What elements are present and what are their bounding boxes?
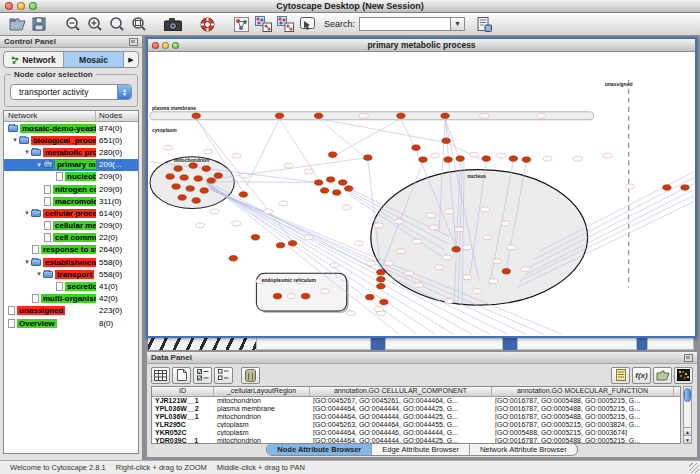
table-cell[interactable]: [GO:0005488, GO:0005215, GO:0003674]	[492, 429, 674, 436]
node-label-oval[interactable]	[304, 235, 313, 240]
node-label-oval[interactable]	[489, 279, 498, 284]
node-label-oval[interactable]	[204, 149, 213, 154]
network-node[interactable]	[442, 138, 450, 144]
node-label-oval[interactable]	[470, 152, 479, 157]
network-node[interactable]	[456, 156, 464, 162]
attribute-list-button[interactable]	[214, 367, 233, 384]
node-label-oval[interactable]	[431, 153, 440, 158]
table-cell[interactable]: mitochondrion	[214, 413, 310, 420]
node-label-oval[interactable]	[210, 209, 219, 214]
table-cell[interactable]: [GO:0044464, GO:0044444, GO:0044425, G..…	[310, 405, 492, 412]
network-node[interactable]	[377, 269, 385, 275]
data-panel-float-icon[interactable]	[684, 354, 693, 362]
network-node[interactable]	[377, 276, 385, 282]
tab-node-attribute-browser[interactable]: Node Attribute Browser	[267, 444, 372, 455]
node-label-oval[interactable]	[404, 271, 413, 276]
table-cell[interactable]: [GO:0044464, GO:0044446, GO:0044444, G..…	[310, 429, 492, 436]
table-cell[interactable]: [GO:0016787, GO:0005488, GO:0005215, G..…	[492, 397, 674, 404]
node-label-oval[interactable]	[412, 239, 421, 244]
network-node[interactable]	[200, 188, 208, 194]
node-label-oval[interactable]	[573, 156, 582, 161]
snapshot-button[interactable]	[162, 14, 184, 34]
node-label-oval[interactable]	[394, 219, 403, 224]
help-button[interactable]	[196, 14, 218, 34]
tree-column-network[interactable]: Network	[4, 111, 96, 121]
tree-row-cell-communicat[interactable]: cell communicat22(0)	[4, 232, 138, 244]
tree-expand-arrow[interactable]: ▼	[24, 259, 30, 265]
zoom-selected-button[interactable]	[106, 14, 128, 34]
tree-row-cellular-process[interactable]: ▼cellular process614(0)	[4, 207, 138, 219]
network-node[interactable]	[377, 283, 385, 289]
node-label-oval[interactable]	[507, 245, 516, 250]
node-label-oval[interactable]	[463, 245, 472, 250]
table-cell[interactable]: cytoplasm	[214, 429, 310, 436]
search-options-button[interactable]	[473, 14, 495, 34]
select-attributes-button[interactable]	[151, 367, 170, 384]
node-label-oval[interactable]	[264, 209, 273, 214]
network-node[interactable]	[189, 163, 197, 169]
tree-row-response-to-stimulu[interactable]: response to stimulu264(0)	[4, 244, 138, 256]
table-row-ypl036w__1[interactable]: YPL036W__1mitochondrion[GO:0044464, GO:0…	[152, 413, 680, 421]
open-file-button[interactable]	[6, 14, 28, 34]
tree-row-metabolic-process[interactable]: ▼metabolic process280(0)	[4, 146, 138, 158]
import-attributes-button[interactable]	[653, 367, 672, 384]
table-cell[interactable]: mitochondrion	[214, 397, 310, 404]
function-builder-button[interactable]: f(x)	[632, 367, 651, 384]
network-node[interactable]	[172, 184, 180, 190]
network-node[interactable]	[186, 186, 194, 192]
delete-attributes-button[interactable]	[241, 367, 260, 384]
node-label-oval[interactable]	[374, 307, 383, 312]
node-label-oval[interactable]	[430, 225, 439, 230]
node-label-oval[interactable]	[427, 213, 436, 218]
tree-row-secretion[interactable]: secretion41(0)	[4, 280, 138, 292]
scroll-up-button[interactable]: ▲	[684, 427, 691, 435]
network-node[interactable]	[332, 190, 340, 196]
tree-expand-arrow[interactable]: ▼	[24, 149, 30, 155]
node-label-oval[interactable]	[443, 255, 452, 260]
new-network-from-selected-edges-button[interactable]	[274, 14, 296, 34]
network-node[interactable]	[326, 177, 334, 183]
network-node[interactable]	[314, 113, 322, 119]
attribute-editor-button[interactable]	[611, 367, 630, 384]
network-node[interactable]	[202, 166, 210, 172]
node-label-oval[interactable]	[480, 113, 489, 118]
new-network-from-selected-nodes-button[interactable]	[252, 14, 274, 34]
table-cell[interactable]: [GO:0016787, GO:0005488, GO:0005215, G..…	[492, 413, 674, 420]
node-label-oval[interactable]	[483, 235, 492, 240]
network-node[interactable]	[192, 198, 200, 204]
node-label-oval[interactable]	[463, 275, 472, 280]
node-label-oval[interactable]	[501, 221, 510, 226]
zoom-fit-button[interactable]	[128, 14, 150, 34]
table-cell[interactable]: cytoplasm	[214, 421, 310, 428]
node-label-oval[interactable]	[164, 145, 173, 150]
network-node[interactable]	[192, 113, 200, 119]
background-window-edge[interactable]	[371, 336, 385, 350]
network-node[interactable]	[444, 157, 452, 163]
network-node[interactable]	[502, 268, 510, 274]
float-panel-icon[interactable]	[129, 38, 138, 46]
network-node[interactable]	[364, 155, 372, 161]
scrollbar-thumb[interactable]	[684, 388, 691, 402]
tree-expand-arrow[interactable]: ▼	[36, 271, 42, 277]
network-node[interactable]	[681, 185, 689, 191]
tree-expand-arrow[interactable]: ▼	[36, 162, 42, 168]
table-row-ypl036w__2[interactable]: YPL036W__2plasma membrane[GO:0044464, GO…	[152, 405, 680, 413]
table-cell[interactable]: [GO:0016787, GO:0005215, GO:0003824, G..…	[492, 421, 674, 428]
network-node[interactable]	[301, 293, 309, 299]
zoom-in-button[interactable]	[84, 14, 106, 34]
node-label-oval[interactable]	[603, 153, 612, 158]
tree-row-biological-process[interactable]: ▼biological_process651(0)	[4, 134, 138, 146]
network-node[interactable]	[482, 156, 490, 162]
search-input[interactable]	[359, 17, 451, 31]
node-label-oval[interactable]	[625, 184, 634, 189]
resize-grip[interactable]	[689, 463, 699, 473]
node-label-oval[interactable]	[473, 289, 482, 294]
annotation-button[interactable]	[296, 14, 318, 34]
network-node[interactable]	[338, 180, 346, 186]
tree-row-transport[interactable]: ▼transport558(0)	[4, 268, 138, 280]
node-label-oval[interactable]	[396, 249, 405, 254]
tree-row-cellular-metabol[interactable]: cellular metabol209(0)	[4, 220, 138, 232]
node-label-oval[interactable]	[366, 261, 375, 266]
scroll-down-button[interactable]: ▼	[684, 435, 691, 443]
node-label-oval[interactable]	[359, 113, 368, 118]
